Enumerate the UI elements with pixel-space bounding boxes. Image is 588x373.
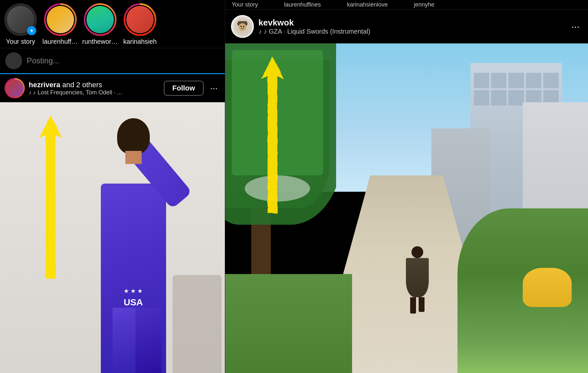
person-figure [406, 246, 429, 314]
window [474, 73, 489, 88]
kevkwok-username[interactable]: kevkwok [258, 18, 564, 28]
gymnast-leg-l [113, 308, 139, 373]
runtheworldwide-ring-inner [85, 5, 115, 34]
laurenhuffines-avatar [47, 6, 74, 33]
hezrivera-avatar-wrap[interactable] [5, 78, 25, 98]
yellow-arrow-right [258, 53, 287, 218]
stars-text: ★ ★ ★ [124, 287, 143, 295]
hezrivera-username[interactable]: hezrivera and 2 others [29, 81, 160, 89]
feed-item-hezrivera: hezrivera and 2 others ♪ ♪ Lost Frequenc… [0, 74, 225, 373]
kevkwok-avatar-img [234, 18, 251, 35]
karinahsieh-ring-inner [125, 5, 155, 34]
laurenhuffines-avatar-wrap [44, 3, 77, 36]
right-top-label-4: jennyhe [414, 1, 434, 8]
story-item-laurenhuffines[interactable]: laurenhuffines [42, 3, 78, 45]
kevkwok-music-text: ♪ GZA · Liquid Swords (Instrumental) [264, 28, 370, 35]
gymnast-image: USA ★ ★ ★ [0, 102, 225, 373]
story-item-karinahsieh[interactable]: karinahsieh [122, 3, 158, 45]
add-story-button[interactable]: + [27, 26, 36, 35]
and-others-text: and 2 others [62, 81, 102, 89]
right-feed-header: kevkwok ♪ ♪ GZA · Liquid Swords (Instrum… [225, 10, 588, 43]
svg-marker-0 [39, 115, 62, 279]
story-item-your-story[interactable]: + Your story [3, 3, 39, 45]
kevkwok-avatar[interactable] [231, 15, 254, 38]
hezrivera-music: ♪ ♪ Lost Frequencies, Tom Odell · ... [29, 89, 160, 96]
svg-point-4 [239, 23, 246, 31]
hezrivera-avatar [6, 79, 23, 97]
music-note-icon: ♪ [29, 89, 32, 96]
person-leg-r [419, 297, 425, 312]
gymnast-neck [125, 151, 142, 164]
runtheworldwide-avatar [86, 6, 114, 33]
person-head [411, 246, 423, 258]
person-legs [406, 297, 429, 314]
person-body [406, 258, 429, 297]
posting-text: Posting... [27, 56, 59, 65]
laurenhuffines-ring [44, 3, 77, 36]
music-note-right-icon: ♪ [258, 28, 262, 35]
feed-image-area: USA ★ ★ ★ [0, 102, 225, 373]
kevkwok-info: kevkwok ♪ ♪ GZA · Liquid Swords (Instrum… [258, 18, 564, 35]
right-top-labels-row: Your story laurenhuffines karinahsienlov… [225, 0, 588, 10]
right-top-label-1: Your story [232, 1, 258, 8]
person-leg-l [410, 297, 416, 314]
ground-left [225, 274, 352, 373]
left-panel: + Your story laurenhuffines [0, 0, 225, 373]
runtheworldwide-avatar-wrap [84, 3, 116, 36]
yellow-flowers [523, 268, 572, 307]
your-story-avatar-wrap: + [4, 3, 37, 36]
gymnast-head [117, 118, 150, 154]
svg-marker-7 [261, 57, 284, 213]
right-top-label-2: laurenhuffines [284, 1, 321, 8]
kevkwok-music: ♪ ♪ GZA · Liquid Swords (Instrumental) [258, 28, 564, 35]
stories-row: + Your story laurenhuffines [0, 0, 225, 48]
hezrivera-avatar-bg [6, 79, 23, 97]
kevkwok-more-button[interactable]: ··· [569, 21, 582, 32]
story-item-runtheworldwide[interactable]: runtheworldwide [82, 3, 118, 45]
music-text: ♪ Lost Frequencies, Tom Odell · ... [33, 89, 122, 96]
right-top-label-3: karinahsienlove [347, 1, 388, 8]
follow-button[interactable]: Follow [164, 81, 204, 96]
usa-text: USA [124, 297, 143, 308]
posting-avatar [5, 52, 22, 69]
yellow-arrow-left [36, 112, 65, 283]
karinahsieh-label: karinahsieh [123, 38, 157, 45]
more-options-button[interactable]: ··· [208, 83, 220, 93]
laurenhuffines-label: laurenhuffines [42, 38, 78, 45]
bg-figure [173, 275, 222, 373]
karinahsieh-ring [124, 3, 156, 36]
right-feed-image [225, 43, 588, 373]
gymnast-figure: USA ★ ★ ★ [81, 105, 186, 373]
right-panel: Your story laurenhuffines karinahsienlov… [225, 0, 588, 373]
karinahsieh-avatar [126, 6, 154, 33]
laurenhuffines-ring-inner [46, 5, 75, 34]
karinahsieh-avatar-wrap [124, 3, 156, 36]
gymnast-leg-r [135, 308, 162, 373]
svg-point-5 [240, 26, 242, 27]
kevkwok-avatar-bg [232, 16, 253, 37]
runtheworldwide-ring [84, 3, 116, 36]
runtheworldwide-label: runtheworldwide [82, 38, 118, 45]
posting-row: Posting... [0, 48, 225, 74]
hezrivera-user-info: hezrivera and 2 others ♪ ♪ Lost Frequenc… [29, 81, 160, 96]
your-story-label: Your story [6, 38, 35, 45]
svg-point-6 [243, 26, 244, 27]
feed-header: hezrivera and 2 others ♪ ♪ Lost Frequenc… [0, 74, 225, 102]
